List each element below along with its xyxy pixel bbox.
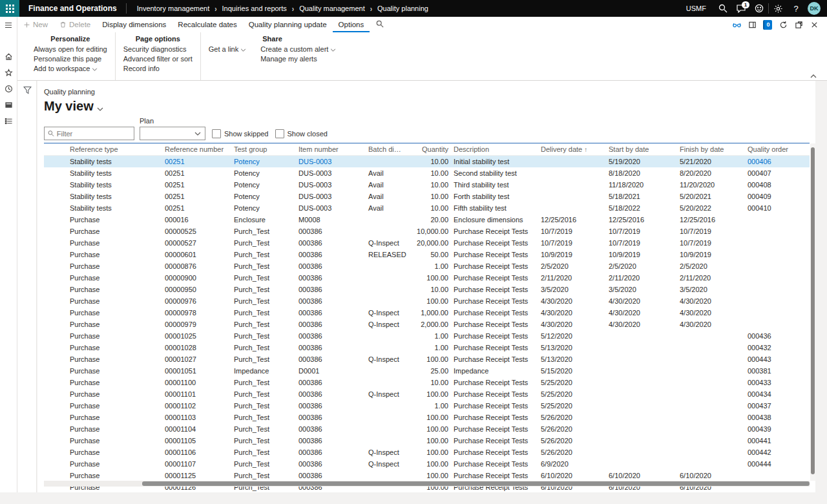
cell-test-group[interactable]: Purch_Test [233,344,297,352]
table-row[interactable]: Purchase00001101Purch_Test000386Q-Inspec… [44,388,810,400]
action-quality-planning-update[interactable]: Quality planning update [243,17,333,32]
module-icon[interactable] [0,97,17,113]
cell-item-number[interactable]: 000386 [297,390,367,398]
cell-test-group[interactable]: Purch_Test [233,320,297,328]
cell-item-number[interactable]: 000386 [297,402,367,410]
cell-item-number[interactable]: 000386 [297,355,367,363]
cell-quality-order[interactable]: 000436 [746,332,810,340]
cell-test-group[interactable]: Purch_Test [233,414,297,421]
column-header-description[interactable]: Description [452,145,539,153]
cell-reference-number[interactable]: 00001107 [163,460,233,468]
cell-quality-order[interactable]: 000410 [746,204,810,212]
action-options[interactable]: Options [333,17,370,32]
ribbon-item-always-open-for-editing[interactable]: Always open for editing [34,45,107,53]
column-header-reference-number[interactable]: Reference number [163,145,233,153]
filter-funnel-icon[interactable] [17,81,37,99]
column-header-start-by-date[interactable]: Start by date [607,145,678,153]
action-display-dimensions[interactable]: Display dimensions [96,17,172,32]
cell-item-number[interactable]: 000386 [297,425,367,433]
settings-gear-icon[interactable] [769,0,787,17]
cell-test-group[interactable]: Enclosure [233,216,297,224]
table-row[interactable]: Stability tests00251PotencyDUS-0003Avail… [44,191,810,202]
cell-test-group[interactable]: Purch_Test [233,239,297,247]
table-row[interactable]: Purchase00000979Purch_Test000386Q-Inspec… [44,319,810,330]
cell-item-number[interactable]: D0001 [297,367,367,375]
cell-reference-number[interactable]: 00001051 [163,367,233,375]
workspaces-list-icon[interactable] [0,113,17,129]
cell-item-number[interactable]: 000386 [297,414,367,421]
cell-item-number[interactable]: 000386 [297,448,367,456]
home-icon[interactable] [0,48,17,65]
table-row[interactable]: Purchase00001105Purch_Test000386100.00Pu… [44,435,810,446]
cell-reference-number[interactable]: 00001025 [163,332,233,340]
show-skipped-checkbox[interactable]: Show skipped [212,127,269,140]
ribbon-item-manage-my-alerts[interactable]: Manage my alerts [260,55,336,63]
cell-test-group[interactable]: Purch_Test [233,286,297,293]
action-center-icon[interactable]: 1 [732,0,750,17]
table-row[interactable]: Purchase00000876Purch_Test0003861.00Purc… [44,260,810,272]
table-row[interactable]: Purchase000016EnclosureM000820.00Enclosu… [44,214,810,226]
table-row[interactable]: Purchase00000978Purch_Test000386Q-Inspec… [44,307,810,319]
cell-reference-number[interactable]: 00001027 [163,355,233,363]
horizontal-scrollbar[interactable] [44,481,810,487]
table-row[interactable]: Purchase00001107Purch_Test000386Q-Inspec… [44,458,810,470]
cell-quality-order[interactable]: 000439 [746,425,810,433]
cell-quality-order[interactable]: 000409 [746,193,810,200]
action-pane-search-icon[interactable] [370,20,390,29]
cell-item-number[interactable]: 000386 [297,262,367,270]
cell-test-group[interactable]: Purch_Test [233,437,297,445]
action-recalculate-dates[interactable]: Recalculate dates [172,17,242,32]
cell-item-number[interactable]: 000386 [297,309,367,317]
cell-item-number[interactable]: 000386 [297,460,367,468]
column-header-reference-type[interactable]: Reference type [44,145,163,153]
cell-reference-number[interactable]: 00001028 [163,344,233,352]
table-row[interactable]: Purchase00001051ImpedanceD000125.00Imped… [44,365,810,377]
table-row[interactable]: Purchase00000525Purch_Test00038610,000.0… [44,226,810,237]
cell-quality-order[interactable]: 000437 [746,402,810,410]
cell-reference-number[interactable]: 00001105 [163,437,233,445]
breadcrumb-item[interactable]: Quality management [299,5,365,12]
help-icon[interactable]: ? [787,0,805,17]
cell-test-group[interactable]: Purch_Test [233,227,297,235]
column-header-quantity[interactable]: Quantity [407,145,452,153]
cell-test-group[interactable]: Purch_Test [233,251,297,258]
column-header-delivery-date[interactable]: Delivery date↑ [539,145,607,153]
cell-quality-order[interactable]: 000443 [746,355,810,363]
vertical-scrollbar-thumb[interactable] [811,147,815,474]
column-header-quality-order[interactable]: Quality order [746,145,810,153]
cell-test-group[interactable]: Purch_Test [233,297,297,305]
cell-quality-order[interactable]: 000442 [746,448,810,456]
cell-test-group[interactable]: Potency [233,204,297,212]
cell-quality-order[interactable]: 000432 [746,344,810,352]
column-header-item-number[interactable]: Item number [297,145,367,153]
cell-test-group[interactable]: Impedance [233,367,297,375]
table-row[interactable]: Purchase00001106Purch_Test000386Q-Inspec… [44,446,810,458]
cell-test-group[interactable]: Purch_Test [233,332,297,340]
cell-item-number[interactable]: 000386 [297,332,367,340]
quick-filter[interactable] [44,127,134,140]
cell-test-group[interactable]: Purch_Test [233,379,297,386]
refresh-icon[interactable] [775,17,791,32]
cell-item-number[interactable]: 000386 [297,437,367,445]
breadcrumb-item[interactable]: Inquiries and reports [222,5,287,12]
table-row[interactable]: Purchase00001104Purch_Test000386100.00Pu… [44,423,810,435]
cell-quality-order[interactable]: 000381 [746,367,810,375]
breadcrumb-item[interactable]: Inventory management [137,5,210,12]
table-row[interactable]: Purchase00001025Purch_Test0003861.00Purc… [44,330,810,342]
cell-test-group[interactable]: Purch_Test [233,402,297,410]
cell-reference-number[interactable]: 00001106 [163,448,233,456]
close-icon[interactable] [806,17,822,32]
cell-reference-number[interactable]: 00000976 [163,297,233,305]
search-icon[interactable] [714,0,732,17]
cell-test-group[interactable]: Purch_Test [233,448,297,456]
cell-test-group[interactable]: Purch_Test [233,472,297,479]
cell-item-number[interactable]: 000386 [297,379,367,386]
cell-test-group[interactable]: Potency [233,169,297,177]
table-row[interactable]: Stability tests00251PotencyDUS-0003Avail… [44,202,810,214]
cell-test-group[interactable]: Purch_Test [233,309,297,317]
company-selector[interactable]: USMF [678,5,714,12]
table-row[interactable]: Purchase00000976Purch_Test000386100.00Pu… [44,295,810,307]
cell-quality-order[interactable]: 000434 [746,390,810,398]
filter-input[interactable] [57,130,131,138]
table-row[interactable]: Stability tests00251PotencyDUS-000310.00… [44,156,810,167]
